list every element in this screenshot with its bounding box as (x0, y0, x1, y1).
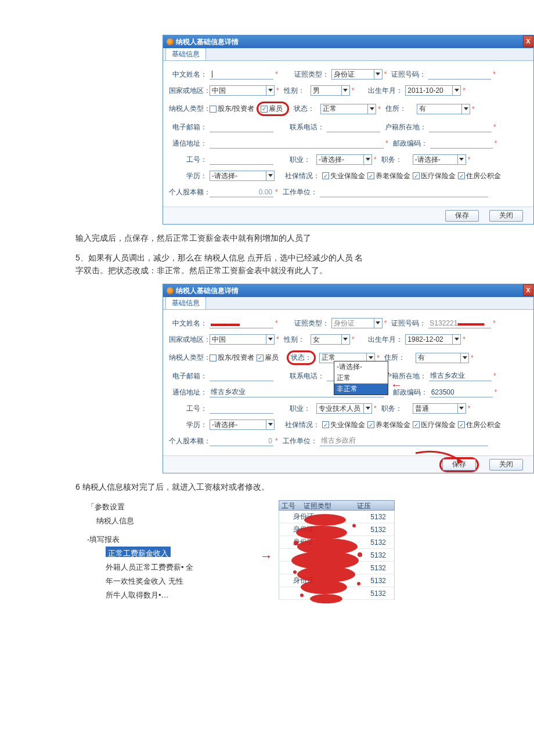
gender-select[interactable]: 女 (311, 334, 350, 345)
highlight-ring: 雇员 (257, 102, 289, 116)
hukou-input[interactable] (429, 122, 492, 132)
id-type-select[interactable]: 身份证 (331, 69, 383, 79)
svg-marker-15 (366, 407, 370, 410)
post-select[interactable]: -请选择- (413, 154, 466, 165)
chinese-name-input[interactable] (210, 69, 273, 79)
chk-housing[interactable]: 住房公积金 (458, 420, 501, 430)
chk-pension[interactable]: 养老保险金 (367, 171, 410, 181)
chk-medical[interactable]: 医疗保险金 (413, 171, 456, 181)
cell-id-pfx: 5132 (335, 564, 391, 572)
col-id-type: 证照类型 (301, 501, 338, 510)
tree-fill-form[interactable]: -填写报表 (87, 533, 203, 547)
edu-select[interactable]: -请选择- (210, 419, 275, 430)
occupation-select[interactable]: 专业技术人员 (316, 403, 372, 414)
para-step6: 6 纳税人信息核对完了后，就进入工资核对或者修改。 (75, 480, 505, 493)
postcode-input[interactable]: 623500 (430, 387, 493, 397)
tree-annual-bonus[interactable]: 年一欢性奖金收入 无性 (106, 574, 203, 588)
tree-salary-income[interactable]: 正常工费薪金收入 (106, 547, 171, 557)
table-row[interactable]: 身份证5132 (279, 574, 395, 587)
svg-marker-1 (268, 89, 273, 92)
addr-input[interactable] (210, 138, 384, 149)
lbl-tax-kind: 纳税人类型： (169, 353, 207, 363)
status-opt-abnormal[interactable]: 非正常 (334, 384, 388, 395)
chk-employee[interactable]: 雇员 (261, 104, 283, 114)
lbl-emp-no: 工号： (169, 404, 207, 414)
country-select[interactable]: 中国 (210, 85, 275, 96)
svg-marker-10 (268, 338, 273, 341)
capital-input[interactable]: 0.00 (210, 187, 273, 197)
emp-no-input[interactable] (210, 403, 273, 414)
lbl-status: 状态： (294, 104, 315, 114)
cell-id-pfx: 5132 (335, 526, 391, 534)
table-row[interactable]: 5132 (279, 549, 395, 562)
postcode-input[interactable] (430, 138, 493, 149)
save-button[interactable]: 保存 (445, 210, 479, 222)
chk-unemploy[interactable]: 失业保险金 (322, 171, 365, 181)
status-opt-placeholder[interactable]: -请选择- (334, 361, 388, 372)
app-icon (167, 287, 174, 294)
id-no-input[interactable] (428, 69, 491, 79)
cell-id-pfx: 5132 (335, 577, 391, 585)
table-row[interactable]: 身份证5132 (279, 536, 395, 549)
close-button[interactable]: 关闭 (489, 210, 523, 222)
edu-select[interactable]: -请选择- (210, 171, 275, 181)
tree-param[interactable]: 「参数设置 (87, 500, 203, 514)
lbl-post: 职务： (381, 404, 402, 414)
lbl-occupation: 职业： (290, 155, 311, 165)
status-select[interactable]: 正常 (320, 104, 376, 114)
post-select[interactable]: 普通 (413, 403, 466, 414)
tree-other-income[interactable]: 所牛人取得数月•… (106, 588, 203, 602)
status-dropdown-list[interactable]: -请选择- 正常 非正常 (334, 361, 388, 395)
table-row[interactable]: 5132 (279, 562, 395, 574)
titlebar[interactable]: 纳税人基础信息详情 X (163, 284, 533, 297)
lbl-emp-no: 工号： (169, 155, 207, 165)
chinese-name-input[interactable]: ▬▬▬▬ (210, 318, 273, 328)
status-opt-normal[interactable]: 正常 (334, 372, 388, 384)
lbl-chinese-name: 中文姓名： (169, 70, 207, 79)
birth-date-select[interactable]: 2011-10-20 (405, 85, 461, 96)
close-icon[interactable]: X (523, 35, 533, 47)
id-no-input[interactable]: S132221▬▬▬▬ (428, 318, 491, 328)
id-type-select[interactable]: 身份证 (331, 318, 383, 328)
email-input[interactable] (210, 371, 273, 381)
table-row[interactable]: 身份证5132 (279, 511, 395, 523)
tree-taxpayer-info[interactable]: 纳税人信息 (96, 514, 203, 528)
table-row[interactable]: 身份证5132 (279, 523, 395, 536)
lbl-birth: 出生年月： (368, 86, 403, 96)
chk-shareholder[interactable]: 股东/投资者 (210, 104, 254, 114)
tree-foreign-salary[interactable]: 外籍人员正常工费费薪• 全 (106, 560, 203, 574)
email-input[interactable] (210, 122, 273, 132)
close-icon[interactable]: X (523, 284, 533, 296)
hukou-input[interactable]: 维古乡农业 (429, 371, 492, 381)
phone-input[interactable] (327, 122, 380, 132)
residence-select[interactable]: 有 (417, 104, 470, 114)
birth-date-select[interactable]: 1982-12-02 (405, 334, 461, 345)
chk-pension[interactable]: 养老保险金 (367, 420, 410, 430)
save-button[interactable]: 保存 (442, 459, 476, 471)
lbl-chinese-name: 中文姓名： (169, 319, 207, 328)
lbl-phone: 联系电话： (290, 371, 324, 381)
titlebar[interactable]: 纳税人基础信息详情 X (163, 35, 533, 48)
lbl-residence: 住所： (385, 104, 406, 114)
workunit-input[interactable]: 维古乡政府 (320, 436, 488, 446)
chk-housing[interactable]: 住房公积金 (458, 171, 501, 181)
country-select[interactable]: 中国 (210, 334, 275, 345)
residence-select[interactable]: 有 (416, 353, 469, 363)
workunit-input[interactable] (320, 187, 488, 197)
svg-marker-3 (454, 89, 459, 92)
chk-shareholder[interactable]: 股东/投资者 (210, 353, 254, 363)
chk-medical[interactable]: 医疗保险金 (413, 420, 456, 430)
close-button[interactable]: 关闭 (489, 459, 523, 471)
chk-employee[interactable]: 雇员 (257, 353, 279, 363)
occupation-select[interactable]: -请选择- (316, 154, 372, 165)
tab-bar: 基础信息 (163, 297, 533, 310)
lbl-workunit: 工作单位： (283, 436, 317, 446)
svg-marker-4 (370, 107, 374, 110)
emp-no-input[interactable] (210, 154, 273, 165)
table-row[interactable]: 5132 (279, 587, 395, 600)
tab-basic-info[interactable]: 基础信息 (165, 296, 206, 309)
chk-unemploy[interactable]: 失业保险金 (322, 420, 365, 430)
tab-basic-info[interactable]: 基础信息 (165, 48, 206, 60)
gender-select[interactable]: 男 (311, 85, 350, 96)
capital-input[interactable]: 0 (210, 436, 273, 446)
